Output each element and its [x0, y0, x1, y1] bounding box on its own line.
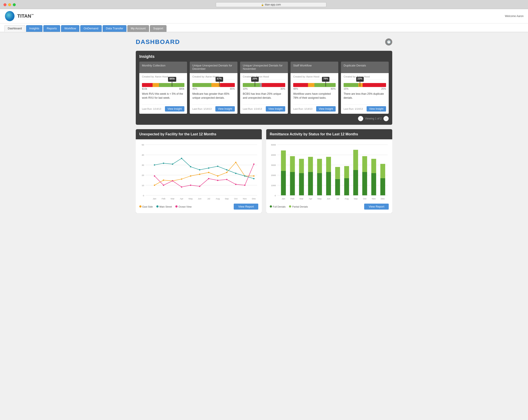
- svg-rect-84: [335, 179, 340, 195]
- svg-rect-78: [308, 172, 313, 195]
- gauge-bar: [142, 83, 184, 87]
- svg-text:5000: 5000: [271, 144, 276, 146]
- welcome-text: Welcome Aaron: [505, 15, 524, 18]
- nav-insights[interactable]: Insights: [26, 25, 43, 32]
- svg-text:Jul: Jul: [336, 197, 339, 200]
- insight-card-body: Created by: Aaron Hood 78% 48% 80% Workf…: [290, 73, 338, 114]
- svg-text:May: May: [317, 197, 322, 200]
- svg-text:2000: 2000: [271, 174, 276, 176]
- svg-rect-95: [380, 164, 385, 178]
- gauge-right-label: 25%: [381, 87, 386, 90]
- chart-right: Remittance Activity by Status for the La…: [266, 129, 392, 213]
- nav-reports[interactable]: Reports: [43, 25, 60, 32]
- svg-text:Aug: Aug: [345, 197, 349, 200]
- svg-text:Dec: Dec: [252, 197, 256, 200]
- insight-footer: Last Run: 1/14/13 View Insight: [293, 104, 336, 112]
- view-insight-btn[interactable]: View Insight: [215, 106, 235, 112]
- view-insight-btn[interactable]: View Insight: [165, 106, 184, 112]
- view-insight-btn[interactable]: View Insight: [367, 106, 386, 112]
- created-by: Created by: Aaron Hood: [142, 75, 184, 79]
- gauge-segment: [260, 83, 262, 87]
- minimize-button[interactable]: [8, 3, 11, 6]
- svg-point-30: [208, 167, 209, 169]
- logo-blob: [4, 11, 15, 22]
- svg-text:Oct: Oct: [234, 197, 238, 200]
- app: TITAN™ Welcome Aaron Dashboard Insights …: [0, 9, 528, 420]
- svg-rect-88: [353, 170, 358, 195]
- gauge-container: 23% 15% 25%: [344, 83, 386, 90]
- gauge-right-label: 30%: [280, 87, 285, 90]
- gauge-labels: 45% 65%: [192, 87, 235, 90]
- next-page-btn[interactable]: ›: [384, 116, 389, 121]
- insight-card-body: Created by: Aaron Hood 23% 15% 25% There…: [341, 73, 389, 114]
- chart-right-body: 5000 4000 3000 2000 1000 0: [266, 139, 392, 213]
- view-insight-btn[interactable]: View Insight: [266, 106, 285, 112]
- gauge-left-label: 15%: [344, 87, 348, 90]
- svg-point-39: [181, 186, 182, 188]
- nav-support[interactable]: Support: [150, 25, 167, 32]
- svg-point-24: [154, 164, 155, 166]
- gauge-segment: [192, 83, 211, 87]
- svg-point-44: [226, 179, 228, 180]
- svg-point-42: [208, 178, 209, 179]
- logo-text: TITAN™: [17, 13, 34, 19]
- gauge-container: 78% 48% 80%: [293, 83, 336, 90]
- gauge-left-label: 48%: [293, 87, 298, 90]
- bar-chart-svg: 5000 4000 3000 2000 1000 0: [270, 143, 389, 200]
- svg-rect-82: [326, 172, 331, 195]
- svg-rect-75: [290, 156, 295, 172]
- url-text: titan-app.com: [265, 3, 281, 6]
- address-bar[interactable]: 🔒 titan-app.com: [216, 2, 326, 7]
- nav-workflow[interactable]: Workflow: [61, 25, 79, 32]
- insight-footer: Last Run: 1/14/13 View Insight: [344, 104, 386, 112]
- last-run: Last Run: 1/14/13: [243, 108, 262, 110]
- svg-text:0: 0: [275, 194, 276, 197]
- svg-point-47: [253, 163, 254, 165]
- gauge-label: 78%: [322, 77, 329, 82]
- prev-page-btn[interactable]: ‹: [358, 116, 363, 121]
- gauge-labels: 48% 80%: [293, 87, 336, 90]
- gauge-segment: [262, 83, 285, 87]
- legend-east-side: East Side: [139, 205, 153, 208]
- chart-left-legend: East Side Main Street Ocean View: [139, 205, 192, 208]
- gauge-labels: 15% 25%: [344, 87, 386, 90]
- nav-data-transfer[interactable]: Data Transfer: [103, 25, 127, 32]
- clock-icon[interactable]: 🕐: [385, 38, 392, 45]
- svg-rect-81: [317, 159, 322, 173]
- svg-rect-85: [335, 167, 340, 179]
- gauge-label: 20%: [251, 77, 259, 82]
- close-button[interactable]: [3, 3, 6, 6]
- gauge-needle: [360, 82, 360, 87]
- svg-text:Mar: Mar: [171, 197, 175, 200]
- svg-rect-79: [308, 157, 313, 172]
- gauge-bar: [243, 83, 285, 87]
- svg-rect-87: [344, 166, 349, 178]
- line-chart-svg: 50 40 30 20 10 0: [139, 143, 258, 200]
- insight-desc: Medicare has greater than 65% unique une…: [192, 92, 235, 102]
- nav-dashboard[interactable]: Dashboard: [4, 25, 25, 32]
- chart-left: Unexpected by Facility for the Last 12 M…: [136, 129, 262, 213]
- chart-left-title: Unexpected by Facility for the Last 12 M…: [136, 129, 262, 139]
- maximize-button[interactable]: [13, 3, 16, 6]
- svg-text:0: 0: [143, 194, 144, 197]
- nav-my-account[interactable]: My Account: [127, 25, 149, 32]
- page-content: DASHBOARD 🕐 Insights Monthly Collection …: [131, 32, 397, 217]
- gauge-left-label: $10k: [142, 87, 147, 90]
- svg-text:Apr: Apr: [180, 197, 183, 200]
- view-insight-btn[interactable]: View Insight: [316, 106, 336, 112]
- svg-text:Jul: Jul: [207, 197, 210, 200]
- created-by: Created by: Aaron Hood: [192, 75, 235, 79]
- svg-text:Aug: Aug: [216, 197, 220, 200]
- svg-text:Oct: Oct: [363, 197, 367, 200]
- view-report-right-btn[interactable]: View Report: [364, 204, 389, 210]
- nav-ondemand[interactable]: OnDemand: [80, 25, 101, 32]
- insight-desc: There are less than 25% duplicate denial…: [344, 92, 386, 102]
- view-report-left-btn[interactable]: View Report: [234, 204, 258, 210]
- gauge-needle: [219, 82, 220, 87]
- gauge-label: 23%: [356, 77, 364, 82]
- svg-point-18: [208, 172, 209, 173]
- svg-point-20: [226, 172, 228, 173]
- svg-rect-80: [317, 173, 322, 195]
- insights-cards: Monthly Collection Created by: Aaron Hoo…: [139, 62, 389, 114]
- gauge-right-label: 65%: [230, 87, 235, 90]
